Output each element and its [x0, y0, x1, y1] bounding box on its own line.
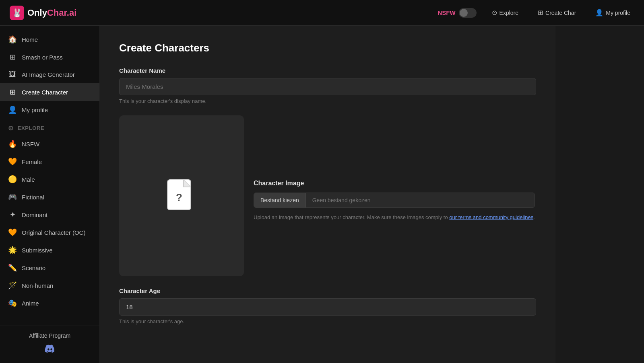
oc-icon: 🧡: [8, 228, 17, 237]
nsfw-toggle-track[interactable]: [459, 8, 477, 18]
sidebar-label-smash: Smash or Pass: [22, 54, 63, 61]
sidebar-label-non-human: Non-human: [22, 282, 53, 289]
terms-link[interactable]: our terms and community guidelines: [449, 214, 533, 220]
explore-section-icon: ⊙: [8, 124, 14, 132]
sidebar-label-create-char: Create Character: [22, 89, 68, 96]
sidebar-label-home: Home: [22, 36, 38, 43]
sidebar-footer: Affiliate Program: [0, 326, 99, 363]
smash-icon: ⊞: [8, 53, 17, 62]
nsfw-icon: 🔥: [8, 139, 17, 148]
file-input-row: Bestand kiezen Geen bestand gekozen: [254, 193, 535, 208]
image-upload-row: ? Character Image Bestand kiezen Geen be…: [119, 115, 536, 276]
sidebar-item-dominant[interactable]: ✦ Dominant: [0, 206, 99, 224]
sidebar-label-female: Female: [22, 158, 42, 165]
explore-icon: ⊙: [492, 9, 497, 16]
character-age-input[interactable]: [119, 298, 536, 316]
create-char-sidebar-icon: ⊞: [8, 88, 17, 96]
ai-image-icon: 🖼: [8, 70, 17, 79]
nsfw-label: NSFW: [438, 9, 455, 16]
sidebar-item-oc[interactable]: 🧡 Original Character (OC): [0, 224, 99, 241]
page-title: Create Characters: [119, 42, 536, 54]
anime-icon: 🎭: [8, 299, 17, 308]
character-name-input[interactable]: [119, 78, 536, 95]
file-no-file-text: Geen bestand gekozen: [306, 193, 377, 207]
sidebar-label-oc: Original Character (OC): [22, 229, 85, 236]
nsfw-toggle-thumb: [460, 9, 468, 17]
explore-label: Explore: [500, 10, 518, 16]
sidebar-label-my-profile: My profile: [22, 107, 48, 113]
svg-text:?: ?: [176, 191, 182, 203]
image-preview-box: ?: [119, 115, 244, 276]
sidebar-item-my-profile[interactable]: 👤 My profile: [0, 101, 99, 119]
my-profile-label: My profile: [606, 10, 630, 16]
character-name-label: Character Name: [119, 67, 536, 74]
sidebar-item-smash-or-pass[interactable]: ⊞ Smash or Pass: [0, 48, 99, 66]
dominant-icon: ✦: [8, 210, 17, 219]
female-icon: 🧡: [8, 157, 17, 166]
sidebar-item-non-human[interactable]: 🪄 Non-human: [0, 277, 99, 294]
create-char-label: Create Char: [545, 10, 576, 16]
sidebar-label-fictional: Fictional: [22, 194, 44, 201]
topnav-right: NSFW ⊙ Explore ⊞ Create Char 👤 My profil…: [438, 6, 634, 19]
sidebar-nav: 🏠 Home ⊞ Smash or Pass 🖼 AI Image Genera…: [0, 26, 99, 317]
logo-char: Char: [47, 8, 67, 18]
sidebar: 🏠 Home ⊞ Smash or Pass 🖼 AI Image Genera…: [0, 26, 100, 363]
explore-section-label: Explore: [18, 125, 45, 131]
file-question-icon: ?: [163, 178, 200, 214]
sidebar-item-ai-image-generator[interactable]: 🖼 AI Image Generator: [0, 66, 99, 83]
sidebar-label-male: Male: [22, 176, 35, 183]
logo-icon: 🐰: [10, 6, 24, 20]
male-icon: 🟡: [8, 175, 17, 184]
sidebar-label-scenario: Scenario: [22, 265, 45, 271]
create-char-icon: ⊞: [538, 9, 543, 16]
logo-ai: .ai: [67, 8, 76, 18]
sidebar-label-dominant: Dominant: [22, 211, 47, 218]
create-char-button[interactable]: ⊞ Create Char: [534, 6, 580, 19]
sidebar-label-nsfw: NSFW: [22, 141, 39, 148]
non-human-icon: 🪄: [8, 281, 17, 290]
sidebar-label-submissive: Submissive: [22, 247, 53, 254]
character-name-hint: This is your character's display name.: [119, 98, 536, 104]
sidebar-item-nsfw[interactable]: 🔥 NSFW: [0, 135, 99, 153]
sidebar-item-scenario[interactable]: ✏️ Scenario: [0, 259, 99, 277]
scenario-icon: ✏️: [8, 263, 17, 272]
sidebar-item-male[interactable]: 🟡 Male: [0, 170, 99, 188]
layout: 🏠 Home ⊞ Smash or Pass 🖼 AI Image Genera…: [0, 26, 644, 363]
sidebar-item-submissive[interactable]: 🌟 Submissive: [0, 241, 99, 259]
home-icon: 🏠: [8, 35, 17, 44]
discord-icon[interactable]: [44, 343, 56, 357]
character-image-label: Character Image: [254, 180, 535, 187]
sidebar-item-anime[interactable]: 🎭 Anime: [0, 294, 99, 312]
submissive-icon: 🌟: [8, 246, 17, 254]
my-profile-icon: 👤: [595, 9, 603, 16]
affiliate-link[interactable]: Affiliate Program: [29, 332, 70, 339]
my-profile-button[interactable]: 👤 My profile: [591, 6, 634, 19]
character-age-hint: This is your character's age.: [119, 318, 536, 324]
right-panel: [555, 26, 644, 363]
character-age-section: Character Age This is your character's a…: [119, 287, 536, 324]
sidebar-label-anime: Anime: [22, 300, 39, 307]
file-choose-button[interactable]: Bestand kiezen: [254, 193, 306, 207]
logo[interactable]: 🐰 OnlyChar.ai: [10, 6, 76, 20]
image-upload-info: Character Image Bestand kiezen Geen best…: [254, 115, 535, 221]
sidebar-item-create-character[interactable]: ⊞ Create Character: [0, 83, 99, 101]
upload-hint: Upload an image that represents your cha…: [254, 213, 535, 221]
sidebar-item-female[interactable]: 🧡 Female: [0, 153, 99, 170]
sidebar-item-home[interactable]: 🏠 Home: [0, 31, 99, 48]
main-content: Create Characters Character Name This is…: [100, 26, 555, 363]
sidebar-item-fictional[interactable]: 🎮 Fictional: [0, 188, 99, 206]
character-name-section: Character Name This is your character's …: [119, 67, 536, 104]
fictional-icon: 🎮: [8, 193, 17, 201]
upload-hint-end: .: [533, 214, 535, 220]
logo-only: Only: [27, 8, 47, 18]
explore-button[interactable]: ⊙ Explore: [488, 6, 522, 19]
topnav: 🐰 OnlyChar.ai NSFW ⊙ Explore ⊞ Create Ch…: [0, 0, 644, 26]
sidebar-label-ai-image: AI Image Generator: [22, 71, 75, 78]
upload-hint-text: Upload an image that represents your cha…: [254, 214, 449, 220]
nsfw-toggle[interactable]: NSFW: [438, 8, 476, 18]
my-profile-sidebar-icon: 👤: [8, 105, 17, 114]
character-age-label: Character Age: [119, 287, 536, 294]
explore-section: ⊙ Explore: [0, 119, 99, 135]
